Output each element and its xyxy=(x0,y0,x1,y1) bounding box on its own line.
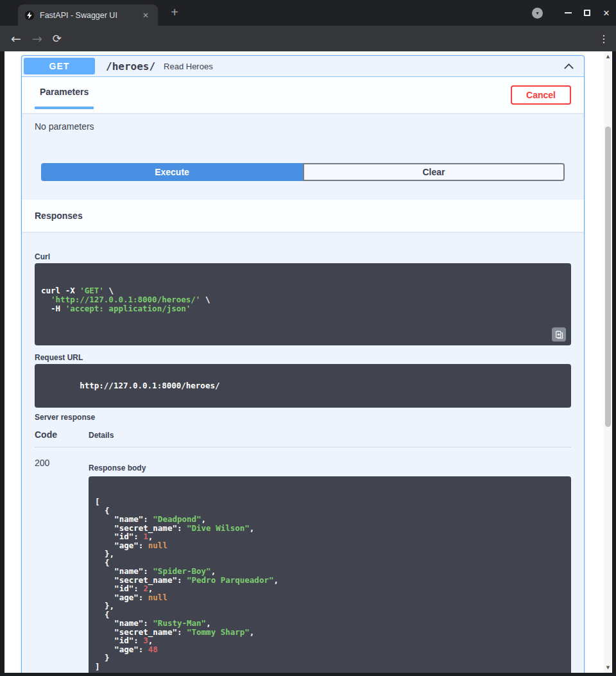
details-column-header: Details xyxy=(89,431,114,440)
copy-curl-button[interactable] xyxy=(552,327,566,342)
tab-title: FastAPI - Swagger UI xyxy=(40,11,140,20)
tab-close-icon[interactable]: ✕ xyxy=(140,10,151,21)
opblock-summary[interactable]: GET /heroes/ Read Heroes xyxy=(22,56,584,77)
swagger-page: GET /heroes/ Read Heroes Parameters Canc… xyxy=(4,51,604,673)
table-header-row: Code Details xyxy=(35,429,571,440)
cancel-button[interactable]: Cancel xyxy=(511,85,571,105)
tab-search-icon[interactable]: ▾ xyxy=(532,8,543,19)
code-column-header: Code xyxy=(35,429,89,440)
forward-button[interactable]: → xyxy=(32,33,42,45)
fastapi-favicon-icon xyxy=(24,10,35,21)
browser-menu-icon[interactable]: ⋮ xyxy=(596,26,612,51)
browser-tabstrip: FastAPI - Swagger UI ✕ + ▾ ✕ xyxy=(0,0,616,26)
curl-code-text: curl -X 'GET' \ 'http://127.0.0.1:8000/h… xyxy=(41,286,565,313)
close-icon: ✕ xyxy=(603,8,610,18)
scroll-down-icon[interactable]: ▼ xyxy=(604,665,612,670)
table-divider xyxy=(35,447,571,447)
no-parameters-message: No parameters xyxy=(35,121,94,132)
execute-wrapper: Execute Clear xyxy=(41,163,565,181)
response-details: Response body [ { "name": "Deadpond", "s… xyxy=(89,458,571,673)
curl-label: Curl xyxy=(35,252,571,261)
minimize-button[interactable] xyxy=(558,0,578,26)
response-body-code-text: [ { "name": "Deadpond", "secret_name": "… xyxy=(95,498,565,671)
response-body-block: [ { "name": "Deadpond", "secret_name": "… xyxy=(89,476,571,673)
maximize-icon xyxy=(584,10,590,16)
tab-parameters[interactable]: Parameters xyxy=(35,77,94,109)
parameters-body: No parameters xyxy=(22,113,584,163)
endpoint-path: /heroes/ xyxy=(106,60,155,73)
minimize-icon xyxy=(565,12,572,13)
browser-tab[interactable]: FastAPI - Swagger UI ✕ xyxy=(18,4,158,26)
server-response-label: Server response xyxy=(35,413,571,422)
scrollbar-thumb[interactable] xyxy=(605,126,611,427)
request-url-value: http://127.0.0.1:8000/heroes/ xyxy=(80,381,219,390)
maximize-button[interactable] xyxy=(578,0,597,26)
scroll-up-icon[interactable]: ▲ xyxy=(604,54,612,59)
back-button[interactable]: ← xyxy=(11,33,21,45)
vertical-scrollbar[interactable]: ▲ ▼ xyxy=(604,51,612,673)
close-button[interactable]: ✕ xyxy=(597,0,616,26)
collapse-chevron-icon[interactable] xyxy=(563,60,575,73)
execute-button[interactable]: Execute xyxy=(41,163,303,181)
parameters-title: Parameters xyxy=(40,87,89,97)
browser-toolbar: ← → ⟳ ⓘ 127.0.0.1:8000/docs#/default/rea… xyxy=(0,26,616,51)
request-url-block: http://127.0.0.1:8000/heroes/ xyxy=(35,364,571,408)
status-code: 200 xyxy=(35,458,89,673)
parameters-header: Parameters Cancel xyxy=(22,77,584,113)
curl-command-block: curl -X 'GET' \ 'http://127.0.0.1:8000/h… xyxy=(35,263,571,345)
responses-body: Curl curl -X 'GET' \ 'http://127.0.0.1:8… xyxy=(22,252,584,673)
method-badge: GET xyxy=(24,58,95,74)
endpoint-summary: Read Heroes xyxy=(164,62,213,71)
responses-title: Responses xyxy=(35,211,83,221)
reload-button[interactable]: ⟳ xyxy=(53,33,62,44)
server-response-table: Code Details 200 Response body [ { "name… xyxy=(35,429,571,673)
opblock-get-heroes: GET /heroes/ Read Heroes Parameters Canc… xyxy=(21,55,585,673)
clear-button[interactable]: Clear xyxy=(303,163,565,181)
response-row-200: 200 Response body [ { "name": "Deadpond"… xyxy=(35,458,571,673)
response-body-label: Response body xyxy=(89,464,571,472)
new-tab-button[interactable]: + xyxy=(167,5,182,21)
request-url-label: Request URL xyxy=(35,353,571,362)
responses-header: Responses xyxy=(22,200,584,232)
window-controls: ▾ ✕ xyxy=(532,0,616,26)
